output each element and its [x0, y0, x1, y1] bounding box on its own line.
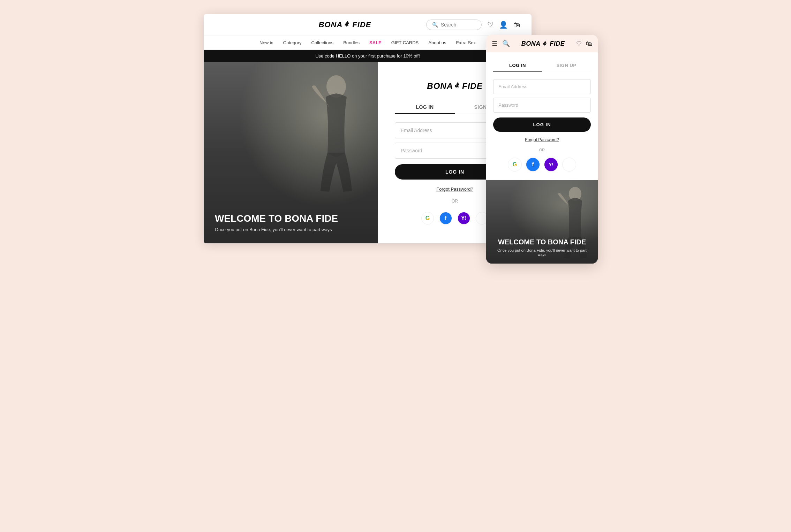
promo-bar: Use code HELLO on your first purchase fo…: [204, 50, 532, 62]
mobile-facebook-button[interactable]: f: [526, 158, 540, 172]
desktop-logo: BONA FIDE: [319, 20, 371, 29]
logo-text-bona: BONA: [319, 20, 343, 29]
search-input[interactable]: [441, 22, 476, 28]
yahoo-login-button[interactable]: Y!: [458, 212, 470, 225]
login-logo-bona: BONA: [427, 81, 453, 91]
mobile-view: ☰ 🔍 BONA FIDE ♡ 🛍 LOG IN SIGN UP: [486, 35, 598, 264]
mobile-login-button[interactable]: LOG IN: [493, 117, 591, 132]
desktop-nav: New in Category Collections Bundles SALE…: [204, 36, 532, 50]
login-logo-fide: FIDE: [462, 81, 483, 91]
mobile-cart-icon[interactable]: 🛍: [586, 40, 592, 47]
account-icon[interactable]: 👤: [499, 21, 508, 29]
mobile-social-icons: G f Y!: [493, 158, 591, 172]
mobile-logo-fide: FIDE: [550, 40, 565, 47]
mobile-search-icon[interactable]: 🔍: [502, 40, 510, 47]
nav-collections[interactable]: Collections: [311, 40, 334, 45]
mobile-form: LOG IN Forgot Password? OR G f Y!: [493, 79, 591, 172]
login-logo: BONA FIDE: [427, 81, 482, 91]
yahoo-icon: Y!: [461, 215, 467, 221]
facebook-login-button[interactable]: f: [439, 212, 452, 225]
desktop-header: BONA FIDE 🔍 ♡ 👤 🛍: [204, 14, 532, 36]
mobile-yahoo-icon: Y!: [549, 162, 553, 167]
hero-title: WELCOME TO BONA FIDE: [215, 213, 338, 224]
mobile-password-input[interactable]: [493, 98, 591, 113]
google-login-button[interactable]: G: [421, 212, 434, 225]
nav-sale[interactable]: SALE: [369, 40, 382, 45]
mobile-header-left: ☰ 🔍: [492, 40, 510, 47]
facebook-icon: f: [445, 215, 446, 221]
hero-subtitle: Once you put on Bona Fide, you'll never …: [215, 227, 338, 232]
nav-extra-sex[interactable]: Extra Sex: [456, 40, 476, 45]
search-icon: 🔍: [432, 22, 438, 28]
mobile-facebook-icon: f: [532, 161, 534, 168]
tab-login[interactable]: LOG IN: [395, 101, 455, 114]
mobile-google-icon: G: [513, 161, 517, 168]
nav-about-us[interactable]: About us: [428, 40, 446, 45]
mobile-or-divider: OR: [493, 148, 591, 152]
mobile-logo: BONA FIDE: [521, 40, 565, 47]
mobile-hero-text: WELCOME TO BONA FIDE Once you put on Bon…: [493, 238, 591, 257]
mobile-apple-button[interactable]: [562, 158, 576, 172]
search-box[interactable]: 🔍: [426, 20, 482, 30]
mobile-body: LOG IN SIGN UP LOG IN Forgot Password? O…: [486, 52, 598, 180]
header-icons: ♡ 👤 🛍: [487, 21, 520, 29]
nav-new-in[interactable]: New in: [259, 40, 273, 45]
mobile-yahoo-button[interactable]: Y!: [544, 158, 558, 172]
mobile-header-right: ♡ 🛍: [576, 40, 592, 47]
mobile-email-input[interactable]: [493, 79, 591, 94]
nav-bundles[interactable]: Bundles: [343, 40, 360, 45]
logo-text-fide: FIDE: [352, 20, 371, 29]
promo-text: Use code HELLO on your first purchase fo…: [315, 53, 420, 59]
mobile-hero-title: WELCOME TO BONA FIDE: [493, 238, 591, 246]
desktop-view: BONA FIDE 🔍 ♡ 👤 🛍 New: [204, 14, 532, 243]
mobile-hero-image: WELCOME TO BONA FIDE Once you put on Bon…: [486, 180, 598, 264]
login-flame-icon: [454, 82, 461, 90]
cart-icon[interactable]: 🛍: [513, 21, 520, 29]
mobile-hero-subtitle: Once you put on Bona Fide, you'll never …: [493, 248, 591, 257]
mobile-wishlist-icon[interactable]: ♡: [576, 40, 582, 47]
google-icon: G: [425, 215, 430, 221]
hero-image: WELCOME TO BONA FIDE Once you put on Bon…: [204, 62, 378, 243]
mobile-tab-signup[interactable]: SIGN UP: [542, 59, 591, 72]
hero-person-illustration: [301, 66, 371, 198]
nav-category[interactable]: Category: [283, 40, 302, 45]
nav-gift-cards[interactable]: GIFT CARDS: [391, 40, 419, 45]
mobile-forgot-password[interactable]: Forgot Password?: [493, 137, 591, 142]
desktop-main: WELCOME TO BONA FIDE Once you put on Bon…: [204, 62, 532, 243]
mobile-logo-bona: BONA: [521, 40, 540, 47]
mobile-header: ☰ 🔍 BONA FIDE ♡ 🛍: [486, 35, 598, 52]
mobile-flame-icon: [543, 41, 548, 47]
mobile-google-button[interactable]: G: [508, 158, 522, 172]
mobile-tabs: LOG IN SIGN UP: [493, 59, 591, 72]
mobile-tab-login[interactable]: LOG IN: [493, 59, 542, 72]
wishlist-icon[interactable]: ♡: [487, 21, 494, 29]
mobile-menu-icon[interactable]: ☰: [492, 40, 497, 47]
logo-flame-icon: [344, 21, 351, 29]
hero-text: WELCOME TO BONA FIDE Once you put on Bon…: [215, 213, 338, 232]
